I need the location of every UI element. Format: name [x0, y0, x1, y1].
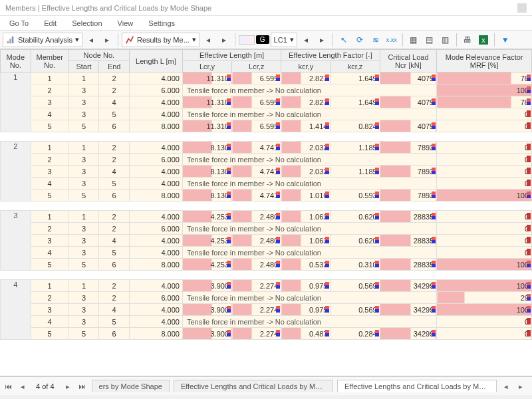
- cell[interactable]: 6: [99, 190, 130, 201]
- cell[interactable]: 100: [437, 304, 532, 316]
- cell[interactable]: 78: [437, 96, 532, 108]
- cell[interactable]: 100: [437, 84, 532, 96]
- cell[interactable]: 0.620: [331, 235, 380, 247]
- cell[interactable]: 1.016: [281, 190, 331, 201]
- prev-button[interactable]: ◂: [299, 33, 313, 47]
- cell[interactable]: 4.000: [130, 211, 183, 223]
- header-length[interactable]: Length L [m]: [130, 50, 183, 72]
- cell[interactable]: 3.900: [182, 304, 231, 316]
- tab-by-mode-shape[interactable]: Effective Lengths and Critical Loads by …: [337, 380, 497, 392]
- results-combo[interactable]: Results by Me... ▾: [122, 33, 200, 47]
- mode-cell[interactable]: 4: [1, 280, 31, 340]
- table-row[interactable]: 2326.000Tensile force in member -> No ca…: [1, 292, 532, 304]
- cell[interactable]: 4.000: [130, 142, 183, 154]
- cell[interactable]: 6.595: [232, 96, 281, 108]
- cell[interactable]: 5: [68, 190, 99, 201]
- cell[interactable]: 5: [31, 328, 68, 340]
- table-row[interactable]: 3344.0008.1304.7412.0321.18578930: [1, 166, 532, 178]
- cell[interactable]: 3: [68, 108, 99, 120]
- cell[interactable]: 8.130: [182, 142, 231, 154]
- cell[interactable]: 0.569: [331, 280, 380, 292]
- table-row[interactable]: 3344.00011.3106.5952.8271.649407978: [1, 96, 532, 108]
- cell[interactable]: 0.620: [331, 211, 380, 223]
- header-efffac[interactable]: Effective Length Factor [-]: [281, 50, 380, 61]
- cell[interactable]: 0: [437, 211, 532, 223]
- cell[interactable]: 100: [437, 259, 532, 271]
- cell[interactable]: 1.063: [281, 235, 331, 247]
- menu-settings[interactable]: Settings: [142, 16, 182, 31]
- cell[interactable]: 4: [99, 166, 130, 178]
- tensile-cell[interactable]: Tensile force in member -> No calculatio…: [182, 154, 436, 166]
- prev-page-button[interactable]: ◂: [17, 381, 28, 392]
- tab-by-mode-shape-partial[interactable]: ers by Mode Shape: [92, 380, 170, 392]
- cell[interactable]: 0: [437, 154, 532, 166]
- cell[interactable]: 4.000: [130, 304, 183, 316]
- cell[interactable]: 4.000: [130, 235, 183, 247]
- cell[interactable]: 3: [68, 154, 99, 166]
- cell[interactable]: 4: [31, 316, 68, 328]
- cell[interactable]: 0.284: [331, 328, 380, 340]
- cell[interactable]: 0.593: [331, 190, 380, 201]
- cell[interactable]: 2: [31, 84, 68, 96]
- cell[interactable]: 11.310: [182, 72, 231, 84]
- cell[interactable]: 6.000: [130, 292, 183, 304]
- cell[interactable]: 4079: [380, 120, 437, 132]
- cell[interactable]: 2.274: [232, 304, 281, 316]
- cell[interactable]: 28835: [380, 211, 437, 223]
- cell[interactable]: 5: [99, 108, 130, 120]
- table-row[interactable]: 5568.0008.1304.7411.0160.5937893100: [1, 190, 532, 201]
- cell[interactable]: 2: [31, 223, 68, 235]
- cell[interactable]: 5: [68, 328, 99, 340]
- header-kcrz[interactable]: kcr,z: [331, 61, 380, 72]
- cell[interactable]: 7893: [380, 190, 437, 201]
- cell[interactable]: 6.000: [130, 223, 183, 235]
- table-icon[interactable]: ▤: [422, 33, 437, 47]
- table-row[interactable]: 4354.000Tensile force in member -> No ca…: [1, 316, 532, 328]
- cell[interactable]: 0: [437, 120, 532, 132]
- cell[interactable]: 1.185: [331, 142, 380, 154]
- print-icon[interactable]: 🖶: [460, 33, 475, 47]
- table-row[interactable]: 3344.0004.2532.4801.0630.620288350: [1, 235, 532, 247]
- cell[interactable]: 3: [31, 235, 68, 247]
- cell[interactable]: 29: [437, 292, 532, 304]
- cell[interactable]: 5: [99, 178, 130, 190]
- tensile-cell[interactable]: Tensile force in member -> No calculatio…: [182, 247, 436, 259]
- cell[interactable]: 0: [437, 247, 532, 259]
- cell[interactable]: 2: [31, 154, 68, 166]
- header-crit[interactable]: Critical Load Ncr [kN]: [380, 50, 437, 72]
- cell[interactable]: 3: [68, 247, 99, 259]
- cell[interactable]: 0: [437, 235, 532, 247]
- cell[interactable]: 0.824: [331, 120, 380, 132]
- cell[interactable]: 5: [31, 190, 68, 201]
- mode-cell[interactable]: 2: [1, 142, 31, 201]
- mode-cell[interactable]: 1: [1, 72, 31, 132]
- cell[interactable]: 2: [99, 72, 130, 84]
- cell[interactable]: 5: [31, 259, 68, 271]
- cell[interactable]: 11.310: [182, 120, 231, 132]
- cell[interactable]: 0: [437, 328, 532, 340]
- cell[interactable]: 3: [31, 304, 68, 316]
- header-mode[interactable]: Mode No.: [1, 50, 31, 72]
- next-button[interactable]: ▸: [315, 33, 329, 47]
- table-row[interactable]: 41124.0003.9002.2740.9750.56934299100: [1, 280, 532, 292]
- stability-combo[interactable]: Stability Analysis ▾: [3, 33, 82, 47]
- cell[interactable]: 4.253: [182, 211, 231, 223]
- cell[interactable]: 4.000: [130, 96, 183, 108]
- cell[interactable]: 78: [437, 72, 532, 84]
- cell[interactable]: 8.130: [182, 190, 231, 201]
- cell[interactable]: 3: [68, 304, 99, 316]
- cell[interactable]: 0: [437, 142, 532, 154]
- cell[interactable]: 11.310: [182, 96, 231, 108]
- cell[interactable]: 2.827: [281, 72, 331, 84]
- funnel-icon[interactable]: ▼: [498, 33, 513, 47]
- cell[interactable]: 3: [68, 84, 99, 96]
- cell[interactable]: 4.000: [130, 166, 183, 178]
- cell[interactable]: 34299: [380, 304, 437, 316]
- decimals-icon[interactable]: x.xx: [384, 33, 399, 47]
- next-button[interactable]: ▸: [100, 33, 114, 47]
- cell[interactable]: 3: [31, 166, 68, 178]
- cell[interactable]: 6: [99, 120, 130, 132]
- cell[interactable]: 3.900: [182, 328, 231, 340]
- cell[interactable]: 5: [31, 120, 68, 132]
- tensile-cell[interactable]: Tensile force in member -> No calculatio…: [182, 316, 436, 328]
